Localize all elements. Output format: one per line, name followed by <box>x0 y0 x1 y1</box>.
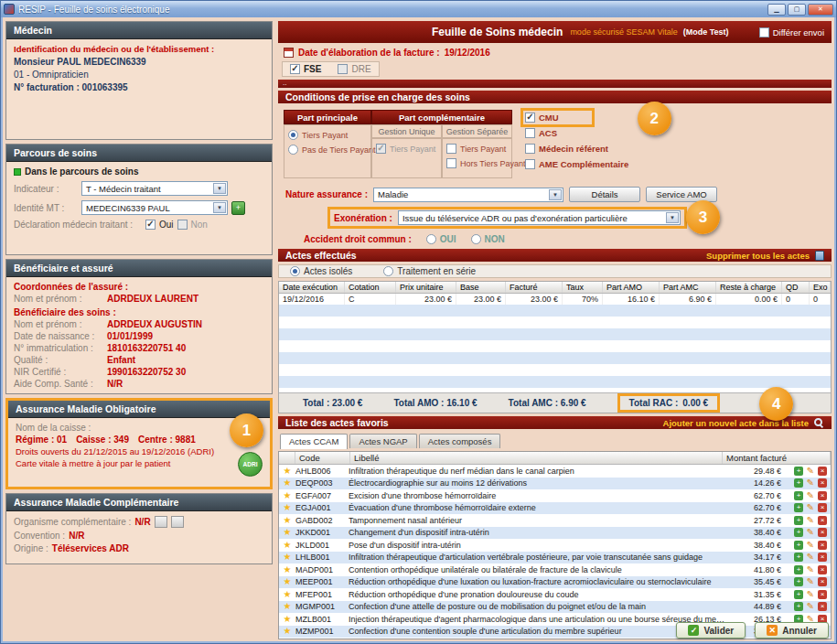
favoris-row[interactable]: ★ EGFA007 Excision d'une thrombose hémor… <box>279 489 831 502</box>
acs-checkbox[interactable]: ACS <box>525 128 628 138</box>
favorite-star-icon[interactable]: ★ <box>279 528 295 537</box>
favorite-star-icon[interactable]: ★ <box>279 627 295 636</box>
prescription-icon[interactable]: + <box>794 590 803 599</box>
delete-icon[interactable]: × <box>818 491 827 500</box>
favorite-star-icon[interactable]: ★ <box>279 590 295 599</box>
favoris-row[interactable]: ★ JKKD001 Changement d'un dispositif int… <box>279 527 831 540</box>
prescription-icon[interactable]: + <box>794 467 803 476</box>
accident-non-radio[interactable]: NON <box>471 234 505 244</box>
favorite-star-icon[interactable]: ★ <box>279 577 295 586</box>
delete-icon[interactable]: × <box>818 467 827 476</box>
prescription-icon[interactable]: + <box>794 503 803 512</box>
traitement-serie-radio[interactable]: Traitement en série <box>383 266 476 276</box>
favoris-row[interactable]: ★ MADP001 Contention orthopédique unilat… <box>279 564 831 576</box>
prescription-icon[interactable]: + <box>794 491 803 500</box>
tab-actes-ngap[interactable]: Actes NGAP <box>349 434 416 448</box>
favorite-star-icon[interactable]: ★ <box>279 602 295 611</box>
adri-badge[interactable]: ADRI <box>238 452 263 477</box>
valider-button[interactable]: ✓ Valider <box>676 622 746 639</box>
tiers-payant-radio[interactable]: Tiers Payant <box>288 130 348 140</box>
edit-icon[interactable]: ✎ <box>806 491 815 500</box>
indicateur-select[interactable]: T - Médecin traitant▼ <box>81 181 228 196</box>
delete-icon[interactable]: × <box>818 553 827 562</box>
favorite-star-icon[interactable]: ★ <box>279 516 295 525</box>
prescription-icon[interactable]: + <box>794 577 803 586</box>
favoris-row[interactable]: ★ MGMP001 Confection d'une attelle de po… <box>279 601 831 614</box>
prescription-icon[interactable]: + <box>794 516 803 525</box>
favoris-row[interactable]: ★ LHLB001 Infiltration thérapeutique d'a… <box>279 552 831 564</box>
acte-row[interactable]: 19/12/2016C23.00 €23.00 €23.00 €70%16.10… <box>279 294 831 305</box>
favorite-star-icon[interactable]: ★ <box>279 541 295 550</box>
gs-tiers-payant-checkbox[interactable]: Tiers Payant <box>446 144 506 154</box>
delete-icon[interactable]: × <box>818 528 827 537</box>
prescription-icon[interactable]: + <box>794 602 803 611</box>
prescription-icon[interactable]: + <box>794 478 803 488</box>
prescription-icon[interactable]: + <box>794 541 803 550</box>
details-button[interactable]: Détails <box>569 187 640 202</box>
delete-icon[interactable]: × <box>818 590 827 599</box>
favorite-star-icon[interactable]: ★ <box>279 467 295 476</box>
minimize-button[interactable]: ▁ <box>767 4 786 16</box>
prescription-icon[interactable]: + <box>794 565 803 574</box>
add-acte-link[interactable]: Ajouter un nouvel acte dans la liste <box>663 418 809 428</box>
delete-icon[interactable]: × <box>818 478 827 488</box>
gu-tiers-payant-checkbox[interactable]: Tiers Payant <box>376 144 435 154</box>
prescription-icon[interactable]: + <box>794 528 803 537</box>
fse-checkbox[interactable] <box>290 64 300 74</box>
favorite-star-icon[interactable]: ★ <box>279 491 295 500</box>
edit-icon[interactable]: ✎ <box>806 602 815 611</box>
edit-icon[interactable]: ✎ <box>806 467 815 476</box>
search-icon[interactable] <box>814 418 824 428</box>
edit-icon[interactable]: ✎ <box>806 478 815 488</box>
tab-actes-composes[interactable]: Actes composés <box>419 434 501 448</box>
favorite-star-icon[interactable]: ★ <box>279 553 295 562</box>
organisme-button-2[interactable] <box>171 516 184 528</box>
prescription-icon[interactable]: + <box>794 553 803 562</box>
declaration-non-checkbox[interactable]: Non <box>177 220 208 230</box>
calendar-icon[interactable] <box>284 48 294 58</box>
gs-hors-tiers-payant-checkbox[interactable]: Hors Tiers Payant <box>446 158 526 168</box>
maximize-button[interactable]: ▢ <box>788 4 806 16</box>
delete-all-actes-link[interactable]: Supprimer tous les actes <box>706 251 810 261</box>
favorite-star-icon[interactable]: ★ <box>279 615 295 624</box>
favoris-row[interactable]: ★ GABD002 Tamponnement nasal antérieur 2… <box>279 514 831 527</box>
ame-checkbox[interactable]: AME Complémentaire <box>525 159 628 169</box>
exoneration-select[interactable]: Issue du téléservice ADR ou pas d'exonér… <box>398 210 681 225</box>
annuler-button[interactable]: ✕ Annuler <box>755 622 829 639</box>
trash-icon[interactable] <box>815 251 824 261</box>
collapsed-section-strip[interactable]: .. <box>278 80 832 88</box>
differer-envoi-checkbox[interactable] <box>759 27 769 38</box>
delete-icon[interactable]: × <box>818 577 827 586</box>
declaration-oui-checkbox[interactable]: Oui <box>145 220 174 230</box>
tab-actes-ccam[interactable]: Actes CCAM <box>280 434 348 449</box>
favorite-star-icon[interactable]: ★ <box>279 565 295 574</box>
edit-icon[interactable]: ✎ <box>806 516 815 525</box>
edit-icon[interactable]: ✎ <box>806 553 815 562</box>
accident-oui-radio[interactable]: OUI <box>426 234 456 244</box>
favorite-star-icon[interactable]: ★ <box>279 503 295 512</box>
favorite-star-icon[interactable]: ★ <box>279 478 295 488</box>
delete-icon[interactable]: × <box>818 602 827 611</box>
edit-icon[interactable]: ✎ <box>806 590 815 599</box>
dre-checkbox[interactable] <box>338 64 348 74</box>
medecin-referent-checkbox[interactable]: Médecin référent <box>525 144 628 154</box>
medecin-card-icon[interactable]: + <box>231 201 245 215</box>
delete-icon[interactable]: × <box>818 541 827 550</box>
edit-icon[interactable]: ✎ <box>806 528 815 537</box>
edit-icon[interactable]: ✎ <box>806 577 815 586</box>
nature-select[interactable]: Maladie▼ <box>373 188 563 202</box>
edit-icon[interactable]: ✎ <box>806 503 815 512</box>
organisme-button-1[interactable] <box>155 516 167 528</box>
pas-tiers-payant-radio[interactable]: Pas de Tiers Payant <box>288 145 376 155</box>
favoris-row[interactable]: ★ DEQP003 Électrocardiographie sur au mo… <box>279 478 831 490</box>
delete-icon[interactable]: × <box>818 565 827 574</box>
edit-icon[interactable]: ✎ <box>806 541 815 550</box>
delete-icon[interactable]: × <box>818 516 827 525</box>
favoris-row[interactable]: ★ MFEP001 Réduction orthopédique d'une p… <box>279 588 831 601</box>
favoris-row[interactable]: ★ AHLB006 Infiltration thérapeutique du … <box>279 465 831 478</box>
edit-icon[interactable]: ✎ <box>806 565 815 574</box>
close-button[interactable]: ✕ <box>808 4 833 16</box>
delete-icon[interactable]: × <box>818 503 827 512</box>
favoris-row[interactable]: ★ MEEP001 Réduction orthopédique d'une l… <box>279 576 831 589</box>
actes-isoles-radio[interactable]: Actes isolés <box>290 266 352 276</box>
